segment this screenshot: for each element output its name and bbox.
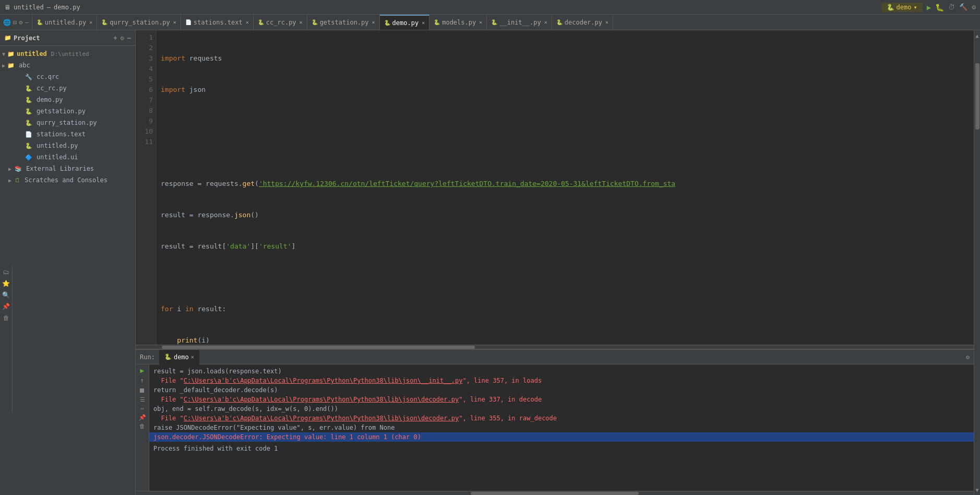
tab-close-qurry[interactable]: ✕ — [173, 19, 176, 25]
scrollbar-thumb-v — [975, 63, 979, 130]
tab-close-models[interactable]: ✕ — [479, 19, 482, 25]
tab-models[interactable]: 🐍 models.py ✕ — [429, 15, 487, 30]
sidebar-item-demo[interactable]: 🐍 demo.py — [0, 94, 135, 105]
run-ctrl-rerun[interactable]: ↑ — [140, 376, 145, 384]
tab-close-getstation[interactable]: ✕ — [372, 19, 375, 25]
sidebar-item-getstation[interactable]: 🐍 getstation.py — [0, 105, 135, 117]
error-link-2[interactable]: C:\Users\a'b'c\AppData\Local\Programs\Py… — [184, 396, 459, 403]
sidebar-item-stations-text[interactable]: 📄 stations.text — [0, 128, 135, 140]
sidebar-item-scratches[interactable]: ▶ 🗒 Scratches and Consoles — [0, 174, 135, 186]
sidebar-item-untitled-ui[interactable]: 🔷 untitled.ui — [0, 151, 135, 163]
sidebar-item-label-demo: demo.py — [37, 96, 63, 103]
sidebar-item-external-libs[interactable]: ▶ 📚 External Libraries — [0, 163, 135, 174]
tab-close-demo[interactable]: ✕ — [422, 20, 425, 26]
sidebar-settings-icon[interactable]: ⚙ — [121, 34, 124, 42]
run-ctrl-pin[interactable]: 📌 — [139, 414, 146, 421]
scrollbar-down[interactable]: ▼ — [974, 485, 980, 495]
tab-close-untitled[interactable]: ✕ — [89, 19, 92, 25]
code-line-4 — [161, 147, 970, 158]
op-eq-2: = — [185, 210, 197, 220]
sidebar-item-untitled-py[interactable]: 🐍 untitled.py — [0, 140, 135, 151]
left-icon-favorites[interactable]: ⭐ — [2, 280, 10, 287]
run-button[interactable]: ▶ — [927, 3, 931, 11]
line-num-11: 11 — [136, 137, 153, 147]
sidebar-item-qurry-station[interactable]: 🐍 qurry_station.py — [0, 117, 135, 128]
run-ctrl-play[interactable]: ▶ — [140, 367, 145, 374]
profile-button[interactable]: ⏱ — [948, 3, 955, 11]
globe-icon[interactable]: 🌐 — [3, 19, 11, 26]
split-icon[interactable]: ⊟ — [13, 19, 17, 26]
run-ctrl-stop[interactable]: ⏹ — [139, 386, 146, 394]
debug-button[interactable]: 🐛 — [935, 3, 944, 11]
kw-import-1: import — [161, 53, 185, 64]
run-ctrl-trash[interactable]: 🗑 — [139, 423, 145, 430]
dot-1: . — [238, 179, 243, 189]
sidebar-item-cc-rc[interactable]: 🐍 cc_rc.py — [0, 82, 135, 94]
tab-demo[interactable]: 🐍 demo.py ✕ — [380, 15, 430, 30]
bottom-tab-demo[interactable]: 🐍 demo ✕ — [159, 350, 199, 364]
bottom-content-area: ▶ ↑ ⏹ ☰ ⇔ 📌 🗑 result = json.loads(respon… — [136, 364, 974, 491]
code-area[interactable]: import requests import json response = r… — [157, 30, 974, 345]
left-icon-trash2[interactable]: 🗑 — [3, 314, 9, 322]
line-num-5: 5 — [136, 74, 153, 85]
tab-close-stations[interactable]: ✕ — [246, 19, 249, 25]
tree-arrow-scratches: ▶ — [8, 178, 11, 183]
title-bar-left: 🖥 untitled – demo.py — [4, 4, 80, 11]
tab-label-init: __init__.py — [499, 19, 541, 26]
tab-label-decoder: decoder.py — [565, 19, 602, 26]
run-icon: 🐍 — [164, 353, 172, 360]
editor-toolbar: 🌐 ⊟ ⚙ — — [0, 15, 32, 30]
error-link-3[interactable]: C:\Users\a'b'c\AppData\Local\Programs\Py… — [184, 415, 459, 422]
output-text-7: raise JSONDecodeError("Expecting value",… — [153, 424, 395, 431]
left-icon-search[interactable]: 🔍 — [2, 291, 10, 299]
minus-icon[interactable]: — — [25, 19, 28, 26]
editor-horizontal-scrollbar[interactable] — [136, 345, 974, 349]
settings-button[interactable]: ⚙ — [972, 3, 976, 11]
sp-for — [173, 304, 177, 314]
bottom-horizontal-scrollbar[interactable] — [136, 491, 974, 495]
line-num-6: 6 — [136, 85, 153, 95]
error-link-1[interactable]: C:\Users\a'b'c\AppData\Local\Programs\Py… — [184, 377, 463, 384]
tab-untitled[interactable]: 🐍 untitled.py ✕ — [32, 15, 98, 30]
sidebar-new-file-icon[interactable]: + — [113, 34, 117, 42]
tab-cc-rc[interactable]: 🐍 cc_rc.py ✕ — [254, 15, 307, 30]
sidebar-item-abc[interactable]: ▶ 📁 abc — [0, 60, 135, 71]
tab-qurry[interactable]: 🐍 qurry_station.py ✕ — [97, 15, 181, 30]
build-button[interactable]: 🔨 — [959, 3, 967, 11]
scrollbar-up[interactable]: ▲ — [974, 30, 980, 41]
gear-icon[interactable]: ⚙ — [19, 19, 22, 26]
process-text: Process finished with exit code 1 — [153, 445, 278, 452]
tab-label-untitled: untitled.py — [45, 19, 86, 26]
tab-close-init[interactable]: ✕ — [544, 19, 547, 25]
run-ctrl-wrap[interactable]: ⇔ — [140, 405, 144, 412]
scrollbar-track — [974, 41, 980, 485]
tab-icon-cc-rc: 🐍 — [258, 19, 264, 25]
tab-decoder[interactable]: 🐍 decoder.py ✕ — [552, 15, 613, 30]
run-controls: ▶ ↑ ⏹ ☰ ⇔ 📌 🗑 — [136, 364, 149, 491]
kw-in: in — [185, 304, 194, 314]
output-text-5: obj, end = self.raw_decode(s, idx=_w(s, … — [153, 405, 338, 412]
bottom-tabs: Run: 🐍 demo ✕ ⚙ — [136, 350, 974, 364]
tab-close-cc-rc[interactable]: ✕ — [300, 19, 303, 25]
left-icon-pin2[interactable]: 📌 — [2, 303, 10, 310]
highlighted-error-text: json.decoder.JSONDecodeError: Expecting … — [149, 432, 974, 442]
tab-stations[interactable]: 📄 stations.text ✕ — [181, 15, 254, 30]
sidebar-item-cc-qrc[interactable]: 🔧 cc.qrc — [0, 71, 135, 82]
ext-libs-icon: 📚 — [15, 166, 22, 172]
scratches-icon: 🗒 — [15, 177, 20, 184]
run-config-dropdown[interactable]: 🐍 demo ▾ — [881, 3, 923, 12]
run-ctrl-filter[interactable]: ☰ — [140, 396, 145, 403]
tab-getstation[interactable]: 🐍 getstation.py ✕ — [307, 15, 380, 30]
tab-init[interactable]: 🐍 __init__.py ✕ — [487, 15, 552, 30]
tab-close-decoder[interactable]: ✕ — [605, 19, 608, 25]
vertical-scrollbar[interactable]: ▲ ▼ — [974, 30, 980, 495]
str-result: 'result' — [259, 241, 292, 252]
sidebar-item-untitled[interactable]: ▼ 📁 untitled D:\untitled — [0, 48, 135, 60]
output-line-process: Process finished with exit code 1 — [153, 444, 970, 453]
sp-result — [194, 304, 198, 314]
left-icon-structure[interactable]: 🗂 — [3, 268, 9, 276]
sidebar-item-label-scratches: Scratches and Consoles — [25, 176, 107, 184]
bottom-tab-close-demo[interactable]: ✕ — [191, 354, 194, 360]
sidebar-collapse-icon[interactable]: – — [127, 34, 131, 42]
bottom-settings-icon[interactable]: ⚙ — [966, 353, 970, 361]
